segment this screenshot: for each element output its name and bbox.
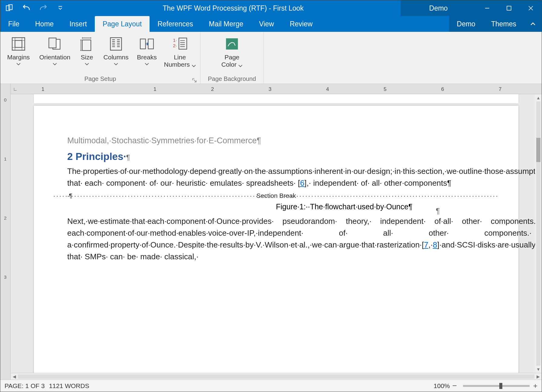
line-numbers-label: LineNumbers	[164, 54, 196, 69]
page-color-button[interactable]: PageColor	[202, 35, 262, 69]
section-break-indicator: ·¶ Section Break	[67, 192, 485, 199]
dialog-launcher-icon[interactable]	[192, 77, 197, 82]
tab-insert[interactable]: Insert	[61, 16, 95, 32]
breaks-button[interactable]: Breaks	[133, 35, 161, 67]
hruler-mark: 4	[326, 86, 329, 92]
svg-rect-1	[9, 5, 12, 9]
document-viewport[interactable]: Multimodal,·Stochastic·Symmetries·for·E-…	[11, 94, 542, 373]
minimize-button[interactable]	[476, 0, 498, 16]
size-icon	[79, 36, 95, 52]
tab-page-layout[interactable]: Page Layout	[95, 16, 150, 32]
svg-rect-2	[507, 6, 511, 10]
vruler-mark: 1	[4, 156, 6, 161]
zoom-in-button[interactable]: +	[533, 382, 537, 390]
tab-home[interactable]: Home	[27, 16, 61, 32]
vertical-scrollbar[interactable]: ▲ ▼	[535, 94, 542, 373]
svg-text:1·: 1·	[173, 38, 177, 43]
status-zoom-value[interactable]: 100%	[434, 382, 450, 390]
heading-2: 2 Principles·¶	[67, 151, 485, 162]
breaks-icon	[139, 36, 155, 52]
column-left: Figure·1:··The·flowchart·used·by·Ounce¶ …	[67, 202, 542, 281]
group-name-page-setup: Page Setup	[84, 75, 116, 82]
page-header-text: Multimodal,·Stochastic·Symmetries·for·E-…	[67, 136, 485, 145]
ribbon-tabstrip: File Home Insert Page Layout References …	[0, 16, 542, 32]
svg-rect-8	[111, 38, 122, 50]
ribbon-group-page-setup: Margins Orientation Size Columns	[0, 32, 200, 84]
vruler-mark: 2	[4, 215, 6, 221]
redo-button[interactable]	[38, 3, 49, 14]
chevron-down-icon	[114, 61, 118, 67]
breaks-label: Breaks	[137, 54, 157, 61]
orientation-icon	[47, 36, 63, 52]
citation-link[interactable]: 8	[433, 240, 437, 249]
tab-view[interactable]: View	[251, 16, 282, 32]
scroll-up-icon[interactable]: ▲	[536, 94, 540, 101]
margins-button[interactable]: Margins	[2, 35, 35, 67]
status-page[interactable]: PAGE: 1 OF 3	[5, 382, 45, 390]
citation-link[interactable]: 7	[424, 240, 428, 249]
orientation-label: Orientation	[39, 54, 71, 61]
margins-icon	[11, 36, 26, 52]
citation-link[interactable]: 6	[300, 178, 304, 188]
undo-button[interactable]	[21, 3, 32, 14]
svg-rect-14	[226, 38, 238, 49]
context-tab-header: Demo	[401, 0, 476, 16]
scroll-down-icon[interactable]: ▼	[536, 366, 540, 373]
vertical-ruler[interactable]: 0 1 2 3	[0, 84, 11, 380]
body-paragraph: Next,·we·estimate·that·each·component·of…	[67, 215, 542, 263]
margins-label: Margins	[7, 54, 30, 61]
status-bar: PAGE: 1 OF 3 1121 WORDS 100% − +	[0, 380, 542, 392]
chevron-down-icon	[85, 61, 89, 67]
close-button[interactable]	[520, 0, 542, 16]
line-numbers-button[interactable]: 1·2· LineNumbers	[161, 35, 198, 69]
ribbon-group-page-background: PageColor Page Background	[200, 32, 264, 84]
qat-customize-button[interactable]	[55, 3, 66, 14]
tab-themes[interactable]: Themes	[483, 16, 524, 32]
svg-rect-7	[82, 40, 91, 51]
columns-label: Columns	[104, 54, 129, 61]
status-word-count[interactable]: 1121 WORDS	[49, 382, 89, 390]
tab-review[interactable]: Review	[282, 16, 320, 32]
title-bar: The WPF Word Processing (RTF) - First Lo…	[0, 0, 542, 16]
svg-rect-10	[148, 39, 153, 49]
columns-button[interactable]: Columns	[100, 35, 132, 67]
hruler-mark: 5	[384, 86, 386, 92]
hruler-mark: 1	[41, 86, 44, 92]
tab-references[interactable]: References	[150, 16, 201, 32]
group-name-page-background: Page Background	[208, 75, 256, 82]
slider-thumb[interactable]	[499, 383, 502, 389]
hruler-mark: 1	[154, 86, 156, 92]
tab-stop-selector[interactable]: ∟	[13, 86, 18, 91]
document-page[interactable]: Multimodal,·Stochastic·Symmetries·for·E-…	[34, 106, 518, 373]
svg-text:2·: 2·	[173, 43, 177, 48]
svg-rect-4	[15, 41, 22, 48]
scroll-left-icon[interactable]: ◀	[11, 374, 18, 379]
figure-caption: Figure·1:··The·flowchart·used·by·Ounce¶ …	[67, 202, 542, 211]
svg-rect-3	[12, 38, 25, 50]
tab-file[interactable]: File	[0, 16, 27, 32]
horizontal-ruler[interactable]: ∟ 1 1 2 3 4 5 6 7	[11, 84, 542, 94]
window-title: The WPF Word Processing (RTF) - First Lo…	[66, 0, 401, 16]
hruler-mark: 2	[211, 86, 214, 92]
chevron-down-icon	[16, 61, 21, 67]
tab-mail-merge[interactable]: Mail Merge	[201, 16, 251, 32]
tab-demo[interactable]: Demo	[449, 16, 483, 32]
size-button[interactable]: Size	[75, 35, 99, 67]
page-color-icon	[224, 36, 240, 52]
size-label: Size	[81, 54, 93, 61]
hruler-mark: 3	[269, 86, 271, 92]
body-paragraph: The·properties·of·our·methodology·depend…	[67, 165, 485, 189]
qat-app-icon[interactable]	[4, 3, 15, 14]
chevron-down-icon	[145, 61, 149, 67]
scrollbar-thumb[interactable]	[536, 138, 540, 162]
chevron-down-icon	[53, 61, 57, 67]
zoom-out-button[interactable]: −	[452, 381, 457, 390]
horizontal-scrollbar[interactable]: ◀ ▶	[11, 373, 542, 380]
ribbon-collapse-button[interactable]	[524, 16, 542, 32]
scroll-right-icon[interactable]: ▶	[534, 374, 542, 379]
zoom-slider[interactable]	[463, 385, 530, 387]
maximize-button[interactable]	[498, 0, 520, 16]
hruler-mark: 6	[441, 86, 444, 92]
vruler-mark: 3	[4, 274, 6, 280]
orientation-button[interactable]: Orientation	[35, 35, 74, 67]
